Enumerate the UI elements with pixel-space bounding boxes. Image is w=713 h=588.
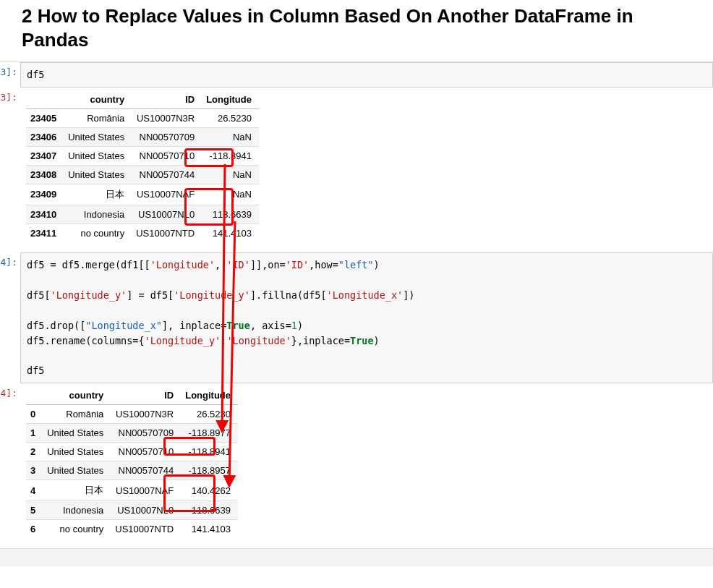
cell: România [43,405,111,424]
cell: NN00570710 [132,146,202,165]
cell: Indonesia [43,501,111,520]
table-row: 4日本US10007NAF140.4262 [26,480,238,501]
row-index: 1 [26,424,43,443]
cell: NN00570710 [111,443,181,461]
prompt-out-1: 3]: [0,88,20,103]
row-index: 3 [26,461,43,480]
column-header: ID [132,90,202,109]
row-index: 0 [26,405,43,424]
row-index: 23410 [26,205,64,223]
table-row: 0RomâniaUS10007N3R26.5230 [26,405,238,424]
cell: NaN [202,127,259,146]
cell: 141.4103 [181,520,238,539]
cell: United States [64,165,132,184]
input-cell-1: 3]: df5 [0,62,713,88]
table-row: 23410IndonesiaUS10007NL0118.6639 [26,205,259,223]
cell: United States [43,443,111,461]
column-header: country [64,90,132,109]
code-input-1[interactable]: df5 [20,62,713,88]
cell: 日本 [43,480,111,501]
cell: NN00570709 [111,424,181,443]
cell: 日本 [64,184,132,205]
cell: US10007N3R [111,405,181,424]
section-heading: 2 How to Replace Values in Column Based … [22,4,687,51]
dataframe-table-1: countryIDLongitude 23405RomâniaUS10007N3… [26,90,259,242]
cell: NaN [202,165,259,184]
table-row: 23411no countryUS10007NTD141.4103 [26,223,259,242]
cell: 141.4103 [202,223,259,242]
cell: -118.8941 [181,443,238,461]
cell: 118.6639 [202,205,259,223]
output-cell-2: 4]: countryIDLongitude 0RomâniaUS10007N3… [0,383,713,548]
row-index: 23407 [26,146,64,165]
prompt-out-2: 4]: [0,383,20,399]
table-row: 23409日本US10007NAFNaN [26,184,259,205]
footer-strip [0,549,713,566]
table-row: 3United StatesNN00570744-118.8957 [26,461,238,480]
cell: -118.8957 [181,461,238,480]
cell: United States [64,146,132,165]
cell: US10007NL0 [132,205,202,223]
row-index: 23409 [26,184,64,205]
output-cell-1: 3]: countryIDLongitude 23405RomâniaUS100… [0,88,713,252]
column-header: country [43,386,111,405]
cell: US10007NL0 [111,501,181,520]
row-index: 2 [26,443,43,461]
cell: 26.5230 [181,405,238,424]
cell: US10007NAF [111,480,181,501]
prompt-in-2: 4]: [0,252,20,268]
code-input-2[interactable]: df5 = df5.merge(df1[['Longitude', 'ID']]… [20,252,713,383]
cell: România [64,108,132,127]
cell: US10007NAF [132,184,202,205]
table-row: 23407United StatesNN00570710-118.8941 [26,146,259,165]
row-index: 4 [26,480,43,501]
cell: -118.8977 [181,424,238,443]
dataframe-table-2: countryIDLongitude 0RomâniaUS10007N3R26.… [26,386,238,538]
row-index: 6 [26,520,43,539]
row-index: 23405 [26,108,64,127]
column-header: Longitude [202,90,259,109]
table-row: 2United StatesNN00570710-118.8941 [26,443,238,461]
table-row: 6no countryUS10007NTD141.4103 [26,520,238,539]
cell: United States [64,127,132,146]
cell: NaN [202,184,259,205]
cell: 26.5230 [202,108,259,127]
cell: United States [43,461,111,480]
cell: no country [43,520,111,539]
table-row: 1United StatesNN00570709-118.8977 [26,424,238,443]
cell: -118.8941 [202,146,259,165]
column-header: Longitude [181,386,238,405]
prompt-in-1: 3]: [0,62,20,77]
table-row: 23406United StatesNN00570709NaN [26,127,259,146]
table-row: 23408United StatesNN00570744NaN [26,165,259,184]
cell: US10007NTD [111,520,181,539]
cell: 118.6639 [181,501,238,520]
cell: 140.4262 [181,480,238,501]
table-row: 23405RomâniaUS10007N3R26.5230 [26,108,259,127]
row-index: 5 [26,501,43,520]
cell: NN00570744 [111,461,181,480]
row-index: 23406 [26,127,64,146]
table-row: 5IndonesiaUS10007NL0118.6639 [26,501,238,520]
cell: NN00570744 [132,165,202,184]
cell: US10007N3R [132,108,202,127]
column-header: ID [111,386,181,405]
cell: Indonesia [64,205,132,223]
cell: no country [64,223,132,242]
row-index: 23408 [26,165,64,184]
input-cell-2: 4]: df5 = df5.merge(df1[['Longitude', 'I… [0,252,713,383]
cell: NN00570709 [132,127,202,146]
row-index: 23411 [26,223,64,242]
cell: US10007NTD [132,223,202,242]
cell: United States [43,424,111,443]
